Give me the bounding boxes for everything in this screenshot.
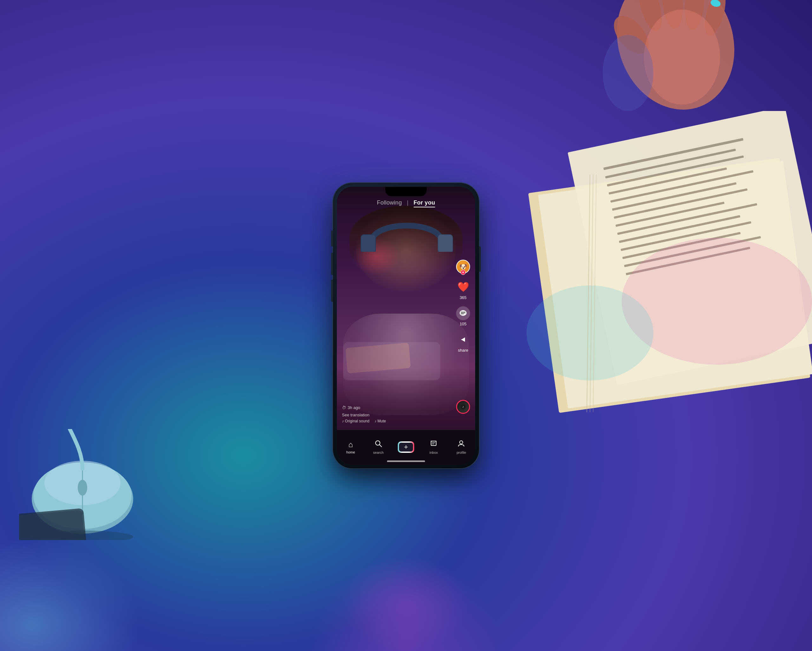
home-icon: ⌂ — [348, 440, 353, 449]
profile-icon — [457, 440, 465, 449]
home-label: home — [346, 450, 355, 454]
inbox-icon — [430, 440, 437, 449]
phone: Following | For you 🐶 + ❤️ — [333, 183, 479, 468]
svg-point-10 — [644, 9, 720, 105]
comment-button[interactable]: 105 — [456, 306, 470, 326]
sound-info: ♪ Original sound ♪ Mute — [342, 419, 453, 423]
create-plus-button[interactable]: + — [398, 441, 414, 453]
svg-point-55 — [459, 441, 463, 444]
translation-link[interactable]: See translation — [342, 413, 453, 417]
volume-down-button — [331, 280, 333, 302]
mouse-decoration — [19, 429, 162, 540]
hand-decoration — [517, 0, 755, 120]
mute-button[interactable]: ♪ Mute — [375, 419, 386, 423]
action-buttons: 🐶 + ❤️ 365 — [456, 260, 470, 353]
plus-icon: + — [399, 443, 413, 451]
svg-line-52 — [379, 445, 382, 447]
comment-count: 105 — [459, 322, 467, 326]
headphones-svg — [346, 204, 467, 252]
original-sound[interactable]: ♪ Original sound — [342, 419, 369, 423]
share-icon — [456, 332, 470, 347]
search-label: search — [373, 451, 383, 454]
nav-create[interactable]: + — [392, 441, 420, 453]
arm-shape — [345, 343, 411, 373]
svg-point-30 — [527, 285, 653, 381]
nav-home[interactable]: ⌂ home — [337, 440, 365, 454]
silent-switch — [331, 230, 333, 246]
notch — [385, 187, 427, 196]
avatar-emoji: 🐶 — [459, 263, 467, 270]
like-count: 365 — [459, 295, 467, 300]
comment-icon — [456, 306, 470, 320]
phone-screen: Following | For you 🐶 + ❤️ — [337, 187, 475, 465]
svg-rect-45 — [438, 235, 452, 252]
volume-up-button — [331, 253, 333, 275]
avatar-button[interactable]: 🐶 + — [456, 260, 470, 274]
share-button[interactable]: share — [456, 332, 470, 353]
following-tab[interactable]: Following — [377, 200, 402, 206]
svg-point-11 — [603, 35, 653, 111]
phone-frame: Following | For you 🐶 + ❤️ — [333, 183, 479, 468]
like-button[interactable]: ❤️ 365 — [456, 280, 470, 300]
clock-icon: ⏱ — [342, 405, 346, 410]
nav-separator: | — [407, 200, 409, 206]
music-icon: ♪ — [462, 405, 464, 409]
search-icon — [375, 440, 382, 449]
profile-label: profile — [456, 451, 466, 454]
music-disc-inner: ♪ — [461, 404, 466, 409]
home-indicator — [387, 460, 425, 462]
inbox-label: inbox — [429, 451, 438, 454]
nav-profile[interactable]: profile — [447, 440, 475, 454]
svg-point-38 — [78, 480, 87, 495]
follow-plus: + — [461, 270, 466, 275]
books-decoration — [527, 111, 812, 428]
video-info: ⏱ 3h ago See translation ♪ Original soun… — [342, 405, 453, 423]
top-navigation: Following | For you — [337, 200, 475, 206]
power-button — [479, 246, 481, 272]
time-posted: ⏱ 3h ago — [342, 405, 453, 410]
nav-inbox[interactable]: inbox — [420, 440, 447, 454]
for-you-tab[interactable]: For you — [414, 200, 435, 206]
heart-icon: ❤️ — [456, 280, 470, 294]
share-label: share — [458, 348, 469, 353]
svg-rect-44 — [361, 235, 375, 252]
active-tab-indicator — [414, 207, 435, 207]
user-avatar: 🐶 + — [456, 260, 470, 274]
bottom-navigation: ⌂ home search + — [337, 430, 475, 465]
nav-search[interactable]: search — [365, 440, 392, 454]
music-disc[interactable]: ♪ — [456, 400, 470, 414]
